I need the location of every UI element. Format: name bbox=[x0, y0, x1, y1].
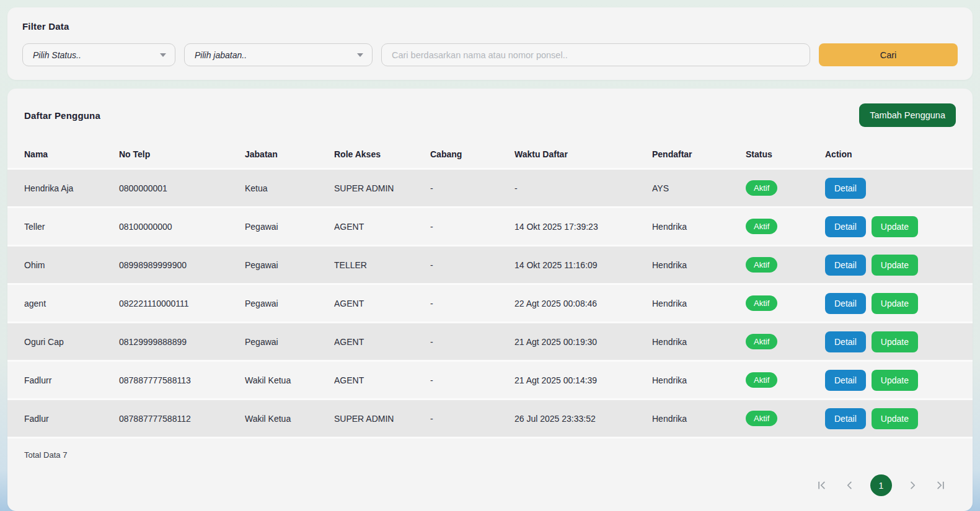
status-select[interactable]: Pilih Status.. bbox=[22, 43, 175, 66]
detail-button[interactable]: Detail bbox=[825, 178, 866, 199]
detail-button[interactable]: Detail bbox=[825, 370, 866, 391]
table-row: Hendrika Aja0800000001KetuaSUPER ADMIN--… bbox=[7, 168, 973, 206]
prev-page-button[interactable] bbox=[842, 478, 857, 492]
users-card: Daftar Pengguna Tambah Pengguna NamaNo T… bbox=[7, 89, 973, 511]
update-button[interactable]: Update bbox=[872, 370, 918, 391]
cell-pendaftar: Hendrika bbox=[652, 337, 746, 347]
status-badge: Aktif bbox=[746, 411, 777, 426]
cell-cabang: - bbox=[430, 183, 514, 193]
next-page-button[interactable] bbox=[906, 478, 920, 492]
filter-card: Filter Data Pilih Status.. Pilih jabatan… bbox=[7, 7, 973, 80]
first-page-button[interactable] bbox=[814, 478, 829, 492]
detail-button[interactable]: Detail bbox=[825, 216, 866, 237]
filter-controls: Pilih Status.. Pilih jabatan.. Cari bbox=[22, 43, 958, 66]
detail-button[interactable]: Detail bbox=[825, 293, 866, 314]
cell-cabang: - bbox=[430, 222, 514, 232]
status-badge: Aktif bbox=[746, 257, 777, 273]
cell-pendaftar: AYS bbox=[652, 183, 746, 193]
cell-action: DetailUpdate bbox=[825, 216, 956, 237]
users-title: Daftar Pengguna bbox=[24, 110, 100, 121]
cell-action: DetailUpdate bbox=[825, 370, 956, 391]
cell-no-telp: 0800000001 bbox=[119, 183, 245, 193]
cell-waktu-daftar: 21 Agt 2025 00:19:30 bbox=[514, 337, 652, 347]
cell-jabatan: Pegawai bbox=[245, 222, 334, 232]
cell-waktu-daftar: 21 Agt 2025 00:14:39 bbox=[514, 375, 652, 385]
cell-role-akses: AGENT bbox=[334, 375, 430, 385]
status-select-value: Pilih Status.. bbox=[33, 50, 81, 60]
chevron-right-icon bbox=[907, 479, 919, 491]
cell-no-telp: 082221110000111 bbox=[119, 299, 245, 308]
detail-button[interactable]: Detail bbox=[825, 255, 866, 276]
cell-no-telp: 087887777588112 bbox=[119, 414, 245, 424]
last-page-icon bbox=[935, 479, 947, 491]
cell-waktu-daftar: 22 Agt 2025 00:08:46 bbox=[514, 299, 652, 308]
cell-pendaftar: Hendrika bbox=[652, 414, 746, 424]
cell-cabang: - bbox=[430, 375, 514, 385]
cell-no-telp: 08998989999900 bbox=[119, 260, 245, 270]
update-button[interactable]: Update bbox=[872, 216, 918, 237]
cell-waktu-daftar: 14 Okt 2025 17:39:23 bbox=[514, 222, 652, 232]
search-button[interactable]: Cari bbox=[819, 43, 958, 66]
chevron-down-icon bbox=[357, 53, 363, 57]
total-data-label: Total Data 7 bbox=[7, 437, 973, 460]
cell-waktu-daftar: 26 Jul 2025 23:33:52 bbox=[514, 414, 652, 424]
table-header-row: NamaNo TelpJabatanRole AksesCabangWaktu … bbox=[7, 141, 973, 168]
cell-cabang: - bbox=[430, 299, 514, 308]
cell-no-telp: 08100000000 bbox=[119, 222, 245, 232]
update-button[interactable]: Update bbox=[872, 255, 918, 276]
cell-action: DetailUpdate bbox=[825, 408, 956, 429]
cell-jabatan: Wakil Ketua bbox=[245, 375, 334, 385]
column-header-action: Action bbox=[825, 149, 956, 159]
cell-no-telp: 08129999888899 bbox=[119, 337, 245, 347]
status-badge: Aktif bbox=[746, 334, 777, 349]
chevron-left-icon bbox=[844, 479, 855, 491]
cell-status: Aktif bbox=[746, 219, 825, 234]
update-button[interactable]: Update bbox=[872, 331, 918, 352]
last-page-button[interactable] bbox=[934, 478, 948, 492]
cell-waktu-daftar: 14 Okt 2025 11:16:09 bbox=[514, 260, 652, 270]
cell-cabang: - bbox=[430, 414, 514, 424]
cell-nama: Hendrika Aja bbox=[24, 183, 119, 193]
cell-action: DetailUpdate bbox=[825, 331, 956, 352]
status-badge: Aktif bbox=[746, 180, 777, 196]
detail-button[interactable]: Detail bbox=[825, 408, 866, 429]
current-page-button[interactable]: 1 bbox=[870, 474, 892, 496]
cell-role-akses: AGENT bbox=[334, 222, 430, 232]
cell-status: Aktif bbox=[746, 295, 825, 311]
cell-status: Aktif bbox=[746, 334, 825, 349]
column-header-status: Status bbox=[746, 149, 825, 159]
search-input[interactable] bbox=[381, 43, 810, 66]
cell-pendaftar: Hendrika bbox=[652, 375, 746, 385]
table-row: agent082221110000111PegawaiAGENT-22 Agt … bbox=[7, 283, 973, 321]
update-button[interactable]: Update bbox=[872, 293, 918, 314]
filter-title: Filter Data bbox=[22, 21, 958, 32]
cell-nama: Oguri Cap bbox=[24, 337, 119, 347]
users-card-header: Daftar Pengguna Tambah Pengguna bbox=[7, 89, 973, 141]
add-user-button[interactable]: Tambah Pengguna bbox=[859, 103, 956, 127]
cell-action: Detail bbox=[825, 178, 956, 199]
cell-action: DetailUpdate bbox=[825, 293, 956, 314]
cell-jabatan: Wakil Ketua bbox=[245, 414, 334, 424]
update-button[interactable]: Update bbox=[872, 408, 918, 429]
cell-no-telp: 087887777588113 bbox=[119, 375, 245, 385]
cell-jabatan: Pegawai bbox=[245, 260, 334, 270]
table-row: Teller08100000000PegawaiAGENT-14 Okt 202… bbox=[7, 206, 973, 245]
column-header-no-telp: No Telp bbox=[119, 149, 245, 159]
cell-role-akses: SUPER ADMIN bbox=[334, 183, 430, 193]
cell-status: Aktif bbox=[746, 180, 825, 196]
column-header-pendaftar: Pendaftar bbox=[652, 149, 746, 159]
cell-cabang: - bbox=[430, 337, 514, 347]
column-header-waktu-daftar: Waktu Daftar bbox=[514, 149, 652, 159]
cell-pendaftar: Hendrika bbox=[652, 222, 746, 232]
cell-jabatan: Pegawai bbox=[245, 299, 334, 308]
cell-role-akses: TELLER bbox=[334, 260, 430, 270]
cell-nama: Teller bbox=[24, 222, 119, 232]
pagination: 1 bbox=[7, 460, 973, 496]
jabatan-select[interactable]: Pilih jabatan.. bbox=[184, 43, 373, 66]
cell-nama: Fadlurr bbox=[24, 375, 119, 385]
table-row: Ohim08998989999900PegawaiTELLER-14 Okt 2… bbox=[7, 245, 973, 283]
status-badge: Aktif bbox=[746, 219, 777, 234]
cell-action: DetailUpdate bbox=[825, 255, 956, 276]
cell-role-akses: AGENT bbox=[334, 299, 430, 308]
detail-button[interactable]: Detail bbox=[825, 331, 866, 352]
